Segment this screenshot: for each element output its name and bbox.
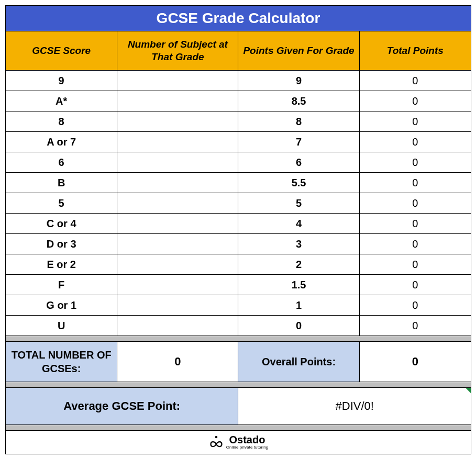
score-cell: 6 xyxy=(6,152,117,173)
calculator-table: GCSE Grade Calculator GCSE Score Number … xyxy=(5,5,471,454)
subject-count-input[interactable] xyxy=(117,234,238,254)
row-total: 0 xyxy=(359,111,471,132)
points-cell: 4 xyxy=(238,214,359,234)
average-label: Average GCSE Point: xyxy=(6,388,238,425)
subject-count-input[interactable] xyxy=(117,193,238,214)
score-cell: A or 7 xyxy=(6,132,117,152)
score-cell: 8 xyxy=(6,111,117,132)
divider xyxy=(6,336,471,342)
header-count: Number of Subject at That Grade xyxy=(117,31,238,71)
row-total: 0 xyxy=(359,132,471,152)
score-cell: F xyxy=(6,275,117,295)
header-row: GCSE Score Number of Subject at That Gra… xyxy=(6,31,471,71)
subject-count-input[interactable] xyxy=(117,254,238,275)
brand-tagline: Online private tutoring xyxy=(226,446,269,449)
divider xyxy=(6,382,471,388)
table-row: D or 330 xyxy=(6,234,471,254)
summary-average-row: Average GCSE Point: #DIV/0! xyxy=(6,388,471,425)
points-cell: 9 xyxy=(238,71,359,91)
table-row: A*8.50 xyxy=(6,91,471,111)
points-cell: 2 xyxy=(238,254,359,275)
table-row: F1.50 xyxy=(6,275,471,295)
subject-count-input[interactable] xyxy=(117,173,238,193)
table-row: E or 220 xyxy=(6,254,471,275)
average-value: #DIV/0! xyxy=(238,388,471,425)
logo-row: Ostado Online private tutoring xyxy=(6,431,471,454)
score-cell: B xyxy=(6,173,117,193)
table-row: A or 770 xyxy=(6,132,471,152)
row-total: 0 xyxy=(359,214,471,234)
subject-count-input[interactable] xyxy=(117,91,238,111)
subject-count-input[interactable] xyxy=(117,152,238,173)
points-cell: 6 xyxy=(238,152,359,173)
total-gcses-label: TOTAL NUMBER OF GCSEs: xyxy=(6,342,117,382)
points-cell: 1 xyxy=(238,295,359,316)
header-points: Points Given For Grade xyxy=(238,31,359,71)
table-row: C or 440 xyxy=(6,214,471,234)
brand-logo: Ostado Online private tutoring xyxy=(208,434,269,449)
subject-count-input[interactable] xyxy=(117,111,238,132)
overall-points-label: Overall Points: xyxy=(238,342,359,382)
row-total: 0 xyxy=(359,316,471,336)
row-total: 0 xyxy=(359,71,471,91)
infinity-person-icon xyxy=(208,435,224,449)
row-total: 0 xyxy=(359,193,471,214)
subject-count-input[interactable] xyxy=(117,214,238,234)
subject-count-input[interactable] xyxy=(117,316,238,336)
points-cell: 1.5 xyxy=(238,275,359,295)
points-cell: 8 xyxy=(238,111,359,132)
subject-count-input[interactable] xyxy=(117,275,238,295)
subject-count-input[interactable] xyxy=(117,71,238,91)
table-row: 990 xyxy=(6,71,471,91)
points-cell: 0 xyxy=(238,316,359,336)
score-cell: D or 3 xyxy=(6,234,117,254)
row-total: 0 xyxy=(359,295,471,316)
table-row: B5.50 xyxy=(6,173,471,193)
points-cell: 5 xyxy=(238,193,359,214)
row-total: 0 xyxy=(359,173,471,193)
table-row: 550 xyxy=(6,193,471,214)
divider xyxy=(6,425,471,431)
points-cell: 5.5 xyxy=(238,173,359,193)
score-cell: A* xyxy=(6,91,117,111)
score-cell: E or 2 xyxy=(6,254,117,275)
svg-point-0 xyxy=(215,436,217,439)
points-cell: 8.5 xyxy=(238,91,359,111)
subject-count-input[interactable] xyxy=(117,132,238,152)
row-total: 0 xyxy=(359,254,471,275)
table-row: U00 xyxy=(6,316,471,336)
subject-count-input[interactable] xyxy=(117,295,238,316)
row-total: 0 xyxy=(359,275,471,295)
score-cell: G or 1 xyxy=(6,295,117,316)
score-cell: 5 xyxy=(6,193,117,214)
overall-points-value: 0 xyxy=(359,342,471,382)
points-cell: 7 xyxy=(238,132,359,152)
summary-totals-row: TOTAL NUMBER OF GCSEs: 0 Overall Points:… xyxy=(6,342,471,382)
points-cell: 3 xyxy=(238,234,359,254)
table-row: 660 xyxy=(6,152,471,173)
calculator-container: GCSE Grade Calculator GCSE Score Number … xyxy=(5,5,471,454)
row-total: 0 xyxy=(359,91,471,111)
brand-name: Ostado xyxy=(229,434,265,445)
score-cell: 9 xyxy=(6,71,117,91)
table-row: 880 xyxy=(6,111,471,132)
total-gcses-value: 0 xyxy=(117,342,238,382)
table-row: G or 110 xyxy=(6,295,471,316)
header-score: GCSE Score xyxy=(6,31,117,71)
score-cell: U xyxy=(6,316,117,336)
header-total: Total Points xyxy=(359,31,471,71)
score-cell: C or 4 xyxy=(6,214,117,234)
row-total: 0 xyxy=(359,234,471,254)
page-title: GCSE Grade Calculator xyxy=(6,6,471,31)
title-row: GCSE Grade Calculator xyxy=(6,6,471,31)
row-total: 0 xyxy=(359,152,471,173)
